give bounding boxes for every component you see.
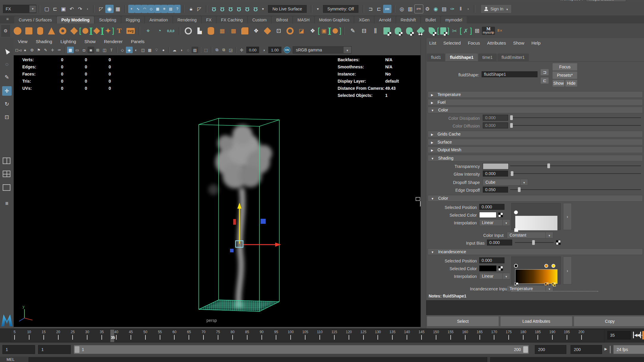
glow-intensity-slider[interactable] (510, 171, 641, 177)
use-lights-icon[interactable]: 💡︎ (153, 47, 160, 53)
color-dissipation-slider[interactable] (510, 115, 641, 121)
uv-auto-map-icon[interactable] (393, 26, 403, 36)
command-input[interactable] (29, 357, 487, 362)
make-live-icon[interactable]: Ω (251, 5, 260, 13)
close-shelf-icon[interactable]: ⠿✕ (495, 26, 505, 36)
render-sequence-icon[interactable]: ▤ (440, 5, 448, 13)
resolution-gate-icon[interactable]: ◘ (81, 47, 87, 53)
motion-blur-icon[interactable]: ◌ (185, 47, 192, 53)
current-frame-field[interactable]: 35 (607, 331, 631, 339)
color-dissipation-field[interactable]: 0.000 (483, 115, 508, 121)
poly-disc-icon[interactable] (80, 26, 90, 36)
shelf-menu-icon[interactable]: ≡ (3, 17, 12, 23)
multi-cut-icon[interactable]: ▣ (319, 26, 329, 36)
snap-curve-icon[interactable]: Ω (218, 5, 226, 13)
presets-button[interactable]: Presets* (552, 71, 577, 79)
pause-icon[interactable]: ‖ (457, 5, 465, 13)
chevron-down-icon[interactable] (546, 286, 553, 292)
fps-display[interactable]: 24 fps (613, 345, 644, 354)
mask-surfaces-icon[interactable]: ◠ (141, 5, 148, 13)
mask-rendering-icon[interactable]: ✳ (161, 5, 167, 13)
section-fuel[interactable]: Fuel (428, 99, 643, 106)
open-scene-icon[interactable]: ⊏ (51, 5, 59, 13)
type-tool-icon[interactable]: T (114, 26, 124, 36)
crease-tool-icon[interactable]: ✎ (348, 26, 358, 36)
animation-end-field[interactable]: 200 (571, 345, 602, 354)
outliner-icon[interactable]: ≣ (2, 199, 12, 208)
flat-shade-mode-icon[interactable]: ◐ (133, 47, 140, 53)
color-selected-position-field[interactable]: 0.000 (479, 204, 504, 210)
footer-button[interactable]: Load Attributes (500, 316, 572, 326)
color-input-dropdown[interactable]: Constant (507, 232, 553, 238)
ae-menu-item[interactable]: Show (513, 40, 524, 45)
uv-cut-sew-icon[interactable]: ✂ (449, 26, 460, 36)
glow-intensity-field[interactable]: 0.000 (483, 171, 508, 177)
shelf-tab[interactable]: Sculpting (95, 16, 121, 23)
incandescence-ramp[interactable] (511, 256, 561, 284)
paint-select-tool-icon[interactable]: ✎ (2, 73, 12, 82)
center-pivot-icon[interactable]: ⌖ (143, 26, 153, 36)
grid-icon[interactable]: ▦ (67, 47, 74, 53)
chevron-down-icon[interactable] (520, 179, 528, 185)
chevron-down-icon[interactable]: ▾ (260, 5, 266, 13)
input-connections-icon[interactable]: ⊐ (366, 5, 375, 13)
image-plane-icon[interactable]: ✎ (42, 47, 49, 53)
footer-button[interactable]: Select (427, 316, 499, 326)
shelf-tab[interactable]: Custom (248, 16, 271, 23)
snap-point-icon[interactable]: Ω (226, 5, 235, 13)
show-input-icon[interactable]: ⊐ (540, 69, 549, 75)
single-pane-layout-icon[interactable] (3, 184, 10, 191)
transparency-slider[interactable] (510, 163, 641, 169)
section-temperature[interactable]: Temperature (428, 91, 643, 98)
range-end-handle[interactable] (523, 346, 528, 353)
uv-planar-map-icon[interactable] (382, 26, 392, 36)
ae-menu-item[interactable]: Help (531, 40, 540, 45)
lasso-tool-icon[interactable]: ◌ (2, 59, 12, 69)
extrude-icon[interactable] (262, 26, 272, 36)
show-button[interactable]: Show (552, 80, 565, 87)
gate-mask-icon[interactable]: ◙ (87, 47, 94, 53)
chevron-down-icon[interactable] (546, 232, 553, 238)
ae-menu-item[interactable]: Selected (443, 40, 460, 45)
panel-menu-item[interactable]: Panels (131, 39, 145, 44)
color-interpolation-dropdown[interactable]: Linear (479, 219, 510, 226)
smooth-icon[interactable]: ❖ (308, 26, 318, 36)
snap-view-plane-icon[interactable]: Ω (243, 5, 251, 13)
shelf-tab[interactable]: Animation (145, 16, 172, 23)
expand-arrow-icon[interactable]: › (465, 5, 471, 13)
wireframe-mode-icon[interactable]: ◇ (119, 47, 126, 53)
mask-points-icon[interactable]: + (128, 5, 135, 13)
greasepencil-icon[interactable]: ✑ (56, 47, 63, 53)
workspace-selector[interactable]: Maya Classic (586, 0, 626, 2)
ramp-expand-button[interactable]: › (563, 203, 572, 230)
shelf-tab[interactable]: MASH (293, 16, 314, 23)
film-gate-icon[interactable]: ▭ (74, 47, 81, 53)
chevron-down-icon[interactable] (506, 7, 508, 11)
next-key-icon[interactable]: ▶ (604, 347, 607, 351)
new-scene-icon[interactable]: ▢ (43, 5, 51, 13)
ae-menu-item[interactable]: Focus (468, 40, 480, 45)
ramp-marker[interactable] (514, 210, 518, 214)
shelf-tab[interactable]: Bullet (421, 16, 440, 23)
four-pane-layout-icon[interactable] (3, 171, 10, 177)
input-bias-field[interactable]: 0.000 (487, 240, 512, 245)
ramp-expand-button[interactable]: › (563, 256, 572, 284)
shelf-tab[interactable]: Poly Modeling (57, 16, 94, 23)
poly-torus-icon[interactable] (58, 26, 68, 36)
chevron-down-icon[interactable] (502, 220, 510, 226)
chevron-down-icon[interactable] (29, 5, 36, 12)
viewport[interactable]: Verts: 0 0 0 Edges: 0 0 0 Faces: 0 0 0 T… (14, 55, 421, 327)
expand-arrow-icon[interactable]: › (84, 5, 91, 13)
scene-3d[interactable]: y (14, 55, 421, 327)
uv-layout-icon[interactable]: ⊞ (472, 26, 482, 36)
poly-cube-icon[interactable] (24, 26, 34, 36)
color-ramp[interactable] (511, 203, 561, 230)
edge-dropoff-slider[interactable] (510, 187, 641, 193)
ao-icon[interactable]: ◑ (178, 47, 185, 53)
lock-icon[interactable]: 🔒︎ (187, 5, 195, 13)
mask-deformers-icon[interactable]: ◇ (148, 5, 154, 13)
step-back-key-button[interactable] (642, 331, 644, 339)
image-copy-icon[interactable]: ⧉ (214, 47, 220, 53)
quad-draw-icon[interactable]: ◪ (296, 26, 306, 36)
select-tool-icon[interactable] (2, 46, 12, 56)
